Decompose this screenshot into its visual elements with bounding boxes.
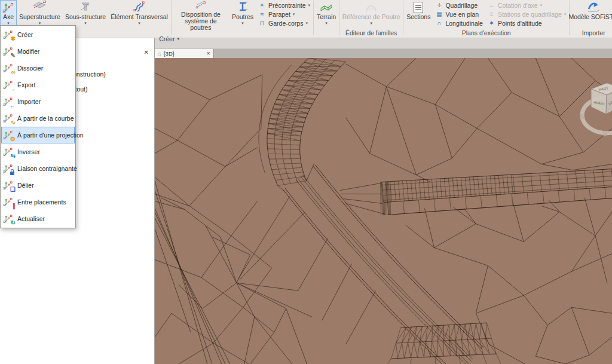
group-label-editeur-familles-text: Éditeur de familles	[345, 29, 397, 36]
vue-en-plan-label: Vue en plan	[445, 11, 479, 18]
modele-sofistik-icon	[586, 0, 601, 13]
chevron-down-icon: ▾	[540, 3, 543, 8]
axis-export-icon: →	[2, 78, 16, 91]
plans-column-2: ↔ Cotation d'axe ▾ ≡ Stations de quadril…	[485, 0, 568, 27]
sections-label: Sections	[406, 14, 430, 20]
ribbon-separator	[313, 1, 314, 35]
superstructure-label: Superstructure	[19, 14, 60, 20]
garde-corps-label: Garde-corps	[268, 20, 303, 27]
chevron-down-icon: ▾	[177, 36, 179, 41]
axis-from-curve-icon: ∿	[2, 112, 16, 125]
3d-wireframe-scene[interactable]: SSHAUTAVANTDROITE	[155, 58, 612, 364]
axis-reverse-icon: ⇆	[2, 145, 16, 158]
tab-3d-view[interactable]: ⌂ {3D} ✕	[155, 49, 214, 58]
ribbon-group-editeur-familles: Référence de Poutre ▾ Éditeur de famille…	[340, 0, 402, 38]
axis-modify-icon: ✎	[2, 45, 16, 58]
group-label-importer: Importer	[570, 28, 612, 38]
poutres-label: Poutres	[232, 14, 253, 20]
menu-item-export[interactable]: → Export	[1, 77, 75, 93]
disposition-label: Disposition de système de poutres	[175, 11, 227, 31]
ribbon-group-importer: Modèle SOFiSTiK Importer	[570, 0, 612, 38]
longitudinale-label: Longitudinale	[445, 20, 482, 27]
menu-item-modifier[interactable]: ✎ Modifier	[1, 43, 75, 60]
quadrillage-label: Quadrillage	[445, 2, 478, 9]
axis-refresh-icon: ↻	[2, 212, 16, 225]
menu-item-liaison-contraignante[interactable]: Liaison contraignante	[1, 160, 75, 177]
chevron-down-icon: ▾	[370, 21, 372, 25]
ribbon-group-separator	[403, 1, 403, 35]
ribbon-group-plans-execution: Sections ✛ Quadrillage ▦ Vue en plan ∩ L…	[404, 0, 568, 38]
menu-item-a-partir-de-la-courbe[interactable]: ∿ À partir de la courbe	[1, 110, 75, 127]
svg-text:S: S	[602, 130, 607, 137]
axis-unlink-icon: ❑	[2, 179, 16, 192]
chevron-down-icon: ▾	[308, 3, 311, 8]
sections-button[interactable]: Sections	[404, 0, 433, 28]
padlock-icon	[10, 172, 14, 175]
precontrainte-label: Précontrainte	[268, 2, 305, 9]
menu-item-inverser[interactable]: ⇆ Inverser	[1, 143, 75, 160]
modele-sofistik-button[interactable]: Modèle SOFiSTiK	[566, 0, 612, 28]
stations-quadrillage-icon: ≡	[488, 11, 495, 18]
tab-close-icon[interactable]: ✕	[206, 51, 210, 56]
garde-corps-column: ✴ Précontrainte ▾ ≈ Parapet ▾ ⊓ Garde-co…	[256, 0, 313, 27]
superstructure-button[interactable]: Superstructure ▾	[17, 0, 63, 28]
chevron-down-icon: ▾	[293, 12, 295, 17]
terrain-icon	[319, 0, 333, 13]
parapet-button[interactable]: ≈ Parapet ▾	[258, 10, 310, 18]
menu-item-entre-placements[interactable]: ∥ Entre placements	[1, 194, 75, 210]
quadrillage-button[interactable]: ✛ Quadrillage	[435, 1, 482, 9]
chevron-down-icon: ▾	[39, 21, 41, 25]
points-altitude-label: Points d'altitude	[498, 20, 542, 27]
garde-corps-button[interactable]: ⊓ Garde-corps ▾	[258, 19, 310, 27]
chevron-down-icon: ▾	[7, 21, 10, 25]
sous-structure-button[interactable]: Sous-structure ▾	[63, 0, 108, 28]
precontrainte-icon: ✴	[258, 2, 266, 9]
stations-quadrillage-button: ≡ Stations de quadrillage ▾	[488, 10, 566, 18]
menu-item-importer[interactable]: → Importer	[1, 93, 75, 110]
axis-create-icon: ✱	[2, 28, 16, 41]
terrain-button[interactable]: Terrain ▾	[314, 0, 338, 28]
plans-column-1: ✛ Quadrillage ▦ Vue en plan ∩ Longitudin…	[433, 0, 485, 27]
tab-3d-label: {3D}	[163, 50, 175, 57]
sous-structure-icon	[78, 0, 93, 13]
points-altitude-button[interactable]: ✶ Points d'altitude	[488, 19, 566, 27]
3d-viewport[interactable]: SSHAUTAVANTDROITE	[155, 58, 612, 364]
sections-icon	[414, 0, 423, 13]
panel-close-icon[interactable]: ✕	[144, 49, 149, 56]
vue-en-plan-button[interactable]: ▦ Vue en plan	[435, 10, 482, 18]
cotation-axe-label: Cotation d'axe	[498, 2, 538, 9]
axis-between-placements-icon: ∥	[2, 195, 16, 209]
element-transversal-button[interactable]: Élément Transversal ▾	[108, 0, 170, 28]
axe-dropdown-menu: ✱ Créer ✎ Modifier ∞ Dissocier → Export …	[0, 25, 76, 228]
axe-button[interactable]: Axe ▾	[0, 0, 17, 28]
reference-de-poutre-button: Référence de Poutre ▾	[340, 0, 403, 28]
disposition-systeme-poutres-button[interactable]: Disposition de système de poutres	[172, 0, 230, 28]
menu-item-actualiser[interactable]: ↻ Actualiser	[1, 210, 75, 227]
chevron-down-icon: ▾	[305, 21, 308, 26]
longitudinale-icon: ∩	[435, 20, 443, 27]
cotation-axe-icon: ↔	[488, 2, 495, 9]
points-altitude-icon: ✶	[488, 20, 495, 27]
axis-import-icon: →	[2, 95, 16, 108]
axis-dissociate-icon: ∞	[2, 62, 16, 75]
menu-item-dissocier[interactable]: ∞ Dissocier	[1, 60, 75, 77]
axis-icon	[2, 0, 14, 13]
disposition-icon	[194, 0, 207, 11]
longitudinale-button[interactable]: ∩ Longitudinale	[435, 19, 482, 27]
menu-item-delier[interactable]: ❑ Délier	[1, 177, 75, 194]
parapet-label: Parapet	[268, 11, 290, 18]
poutres-button[interactable]: Poutres ▾	[230, 0, 256, 28]
menu-item-creer[interactable]: ✱ Créer	[1, 26, 75, 43]
browser-item-fragment[interactable]: onstruction)	[73, 71, 106, 78]
axis-from-projection-icon: ⚙	[2, 129, 16, 142]
modele-sofistik-label: Modèle SOFiSTiK	[568, 14, 612, 20]
precontrainte-button[interactable]: ✴ Précontrainte ▾	[258, 1, 310, 9]
element-transversal-label: Élément Transversal	[111, 14, 168, 20]
menu-item-a-partir-d-une-projection[interactable]: ⚙ À partir d'une projection	[1, 127, 75, 143]
drawing-area: ⌂ {3D} ✕ SSHAUTAVANTDROITE	[155, 38, 612, 364]
reference-de-poutre-label: Référence de Poutre	[342, 14, 400, 20]
cotation-axe-button: ↔ Cotation d'axe ▾	[488, 1, 566, 9]
group-label-plans-execution-text: Plans d'exécution	[462, 29, 511, 36]
ribbon-separator	[171, 1, 172, 35]
terrain-label: Terrain	[317, 14, 336, 20]
